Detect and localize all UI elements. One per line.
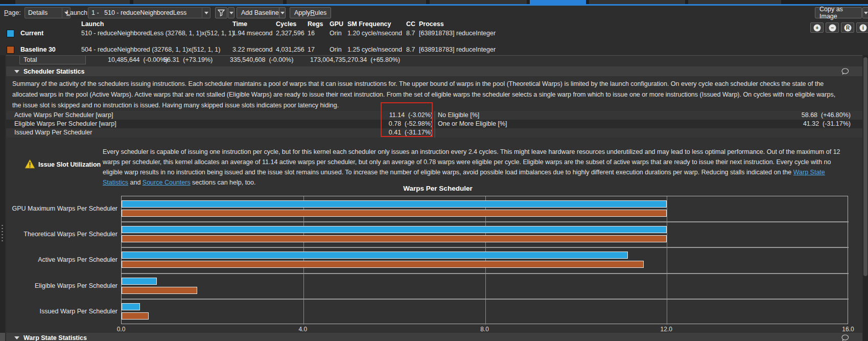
tab-strip-segment[interactable]	[688, 0, 781, 4]
launch-label: Launch:	[66, 9, 89, 16]
cell-smf: 1.20 cycle/nsecond	[347, 30, 402, 37]
launch-select[interactable]: 1 - 510 - reduceNeighboredLess	[88, 7, 210, 18]
metric-value: 58.68 (+46.80%)	[435, 111, 851, 119]
total-label-cell: Total	[19, 56, 86, 64]
tab-strip-segment[interactable]	[430, 0, 527, 4]
page-select[interactable]: Details	[25, 7, 71, 18]
metric-value: 0.41 (-31.17%)	[6, 129, 433, 136]
svg-text:R: R	[846, 25, 850, 31]
cell-time: 1.94 msecond	[232, 30, 273, 37]
cell-launch: 504 - reduceNeighbored (32768, 1, 1)x(51…	[81, 46, 220, 53]
chart-category-label: Issued Warp Per Scheduler	[6, 299, 118, 324]
chart-row-separator	[122, 221, 849, 222]
column-header: CC	[406, 20, 415, 28]
collapse-triangle-icon[interactable]	[14, 336, 19, 339]
cell-cc: 8.7	[406, 30, 415, 37]
total-value: 173,004,735,270.34 (+65.80%)	[310, 56, 400, 63]
chart-x-axis: 0.04.08.012.016.0	[121, 326, 848, 333]
cell-name: Current	[20, 30, 43, 37]
launch-row: Baseline 30504 - reduceNeighbored (32768…	[0, 46, 868, 55]
rule-title: Issue Slot Utilization	[38, 161, 101, 168]
tab-strip-segment[interactable]	[589, 0, 685, 4]
chevron-down-icon	[229, 12, 233, 14]
chart-bar-current	[122, 303, 140, 310]
vertical-scrollbar-thumb[interactable]	[863, 57, 867, 276]
tab-strip-segment[interactable]	[287, 0, 426, 4]
total-value: 10,485,644 (-0.00%)	[108, 56, 168, 63]
details-panel: Total 10,485,644 (-0.00%)56.31 (+73.19%)…	[6, 55, 862, 341]
column-header: Cycles	[276, 20, 296, 28]
column-header: Launch	[81, 20, 104, 28]
add-baseline-dropdown-button[interactable]	[279, 7, 286, 18]
comment-icon[interactable]	[841, 68, 849, 77]
comment-icon[interactable]	[841, 334, 849, 341]
x-tick-label: 12.0	[661, 326, 672, 333]
cell-gpu: Orin	[330, 46, 342, 53]
x-tick-label: 0.0	[117, 326, 126, 333]
total-label: Total	[24, 56, 37, 63]
zoom-out-button[interactable]: −	[826, 22, 839, 33]
chart-category-label: Theoretical Warps Per Scheduler	[6, 221, 118, 247]
tab-strip-segment[interactable]	[15, 0, 130, 4]
info-button[interactable]: i	[856, 22, 868, 33]
chevron-down-icon	[202, 8, 210, 18]
cell-cycles: 4,031,256	[276, 46, 304, 53]
page-label: Page:	[4, 9, 21, 16]
chart-title: Warps Per Scheduler	[121, 185, 755, 192]
filter-dropdown-button[interactable]	[228, 7, 234, 18]
left-scrollbar-thumb[interactable]	[0, 333, 5, 341]
column-header: Time	[232, 20, 247, 28]
apply-rules-button[interactable]: Apply Rules	[290, 7, 331, 18]
zoom-out-icon: −	[829, 24, 836, 32]
collapse-triangle-icon[interactable]	[14, 70, 19, 73]
chart-category-label: Eligible Warps Per Scheduler	[6, 273, 118, 299]
chart-bar-current	[122, 226, 667, 233]
tab-strip-segment[interactable]	[133, 0, 283, 4]
svg-text:+: +	[815, 25, 818, 31]
chart-bar-baseline-30	[122, 312, 149, 320]
cell-process: [638918783] reduceInteger	[419, 30, 496, 37]
cell-cc: 8.7	[406, 46, 415, 53]
zoom-in-icon: +	[813, 24, 821, 32]
splitter-grip[interactable]	[2, 224, 3, 241]
chart-category-label: Active Warps Per Scheduler	[6, 247, 118, 272]
rule-body: Every scheduler is capable of issuing on…	[103, 147, 849, 188]
zoom-in-button[interactable]: +	[810, 22, 824, 33]
launch-table-header: LaunchTimeCyclesRegsGPUSM FrequencyCCPro…	[0, 20, 868, 29]
column-header: GPU	[330, 20, 343, 28]
cell-process: [638918783] reduceInteger	[419, 46, 496, 53]
svg-text:−: −	[831, 25, 834, 31]
warp-state-statistics-link[interactable]: Warp State Statistics	[103, 169, 825, 186]
copy-as-image-button[interactable]: Copy as Image	[815, 7, 862, 18]
chart-bar-current	[122, 252, 628, 259]
total-value: 56.31 (+73.19%)	[163, 56, 213, 63]
chart-bar-baseline-30	[122, 235, 667, 242]
metric-value: 41.32 (-31.17%)	[435, 120, 851, 127]
chart-category-labels: GPU Maximum Warps Per SchedulerTheoretic…	[6, 196, 118, 324]
launch-row: Current510 - reduceNeighboredLess (32768…	[0, 30, 868, 38]
reset-zoom-button[interactable]: R	[841, 22, 854, 33]
chart-bar-current	[122, 200, 667, 208]
cell-cycles: 2,327,596	[276, 30, 304, 37]
chart-bar-baseline-30	[122, 287, 197, 294]
add-baseline-button[interactable]: Add Baseline	[237, 7, 284, 18]
highlight-rectangle	[381, 102, 433, 137]
chart-bar-baseline-30	[122, 210, 667, 217]
info-icon: i	[859, 24, 867, 32]
vertical-scrollbar[interactable]	[863, 55, 868, 341]
copy-as-image-dropdown-button[interactable]	[862, 7, 868, 18]
warning-icon	[25, 159, 35, 169]
cell-smf: 1.25 cycle/nsecond	[347, 46, 402, 53]
x-tick-label: 4.0	[298, 326, 307, 333]
section-header-scheduler-statistics[interactable]: Scheduler Statistics	[6, 66, 862, 76]
tab-strip-segment-active[interactable]	[530, 0, 586, 4]
section-header-warp-state-statistics[interactable]: Warp State Statistics	[6, 333, 862, 341]
chart-bar-current	[122, 278, 157, 285]
metric-value: 11.14 (-3.02%)	[6, 111, 433, 119]
tab-strip	[0, 0, 868, 4]
chevron-down-icon	[864, 12, 868, 14]
x-tick-label: 16.0	[842, 326, 854, 333]
baseline-color-swatch	[7, 30, 14, 37]
filter-button[interactable]	[215, 7, 227, 18]
column-header: Process	[419, 20, 444, 28]
